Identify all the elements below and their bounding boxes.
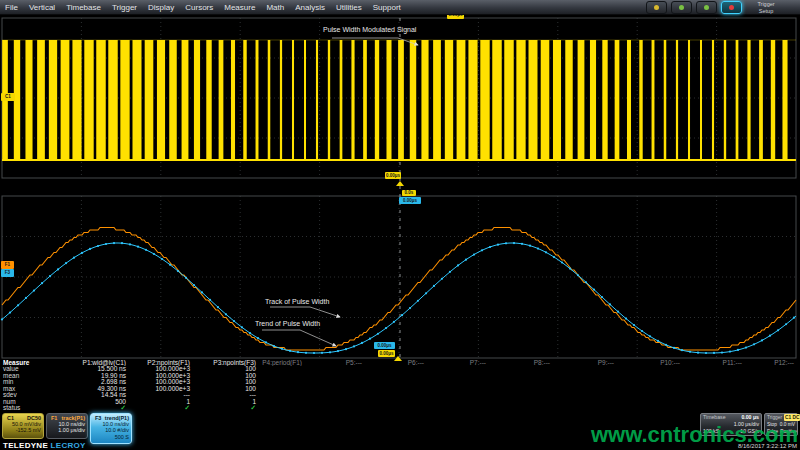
- menu-vertical[interactable]: Vertical: [29, 3, 55, 12]
- annotation-pwm: Pulse Width Modulated Signal: [322, 26, 417, 34]
- f3-level-chip[interactable]: F3: [1, 269, 14, 277]
- timebase-delay: 0.00 μs: [741, 414, 759, 421]
- measure-row-label-status: status: [0, 405, 34, 411]
- menu-trigger[interactable]: Trigger: [112, 3, 137, 12]
- measure-cell: [554, 405, 618, 411]
- c1-line-2: -152.5 mV: [5, 427, 41, 433]
- timebase-label: Timebase: [703, 414, 726, 421]
- measure-cell: [618, 405, 684, 411]
- trigger-source-badge: C1 DC: [784, 414, 800, 421]
- logo-teledyne: TELEDYNE: [3, 441, 48, 450]
- measure-cell: [684, 405, 746, 411]
- teledyne-lecroy-logo: TELEDYNE LECROY: [3, 441, 86, 450]
- trigger-label: Trigger: [767, 414, 782, 421]
- measure-cell: ✓: [130, 405, 194, 411]
- menu-display[interactable]: Display: [148, 3, 174, 12]
- measure-cell: [366, 405, 428, 411]
- logo-lecroy: LECROY: [51, 441, 86, 450]
- toolbar-icon-1-glyph: [654, 5, 659, 10]
- f1-level-chip[interactable]: F1: [1, 261, 14, 269]
- f3-zero-chip[interactable]: 0.00μs: [399, 197, 421, 204]
- measure-cell: [490, 405, 554, 411]
- measure-cell: [260, 405, 306, 411]
- annotation-trend: Trend of Pulse Width: [254, 320, 321, 328]
- f3-line-3: 500 S: [93, 434, 129, 440]
- menu-cursors[interactable]: Cursors: [185, 3, 213, 12]
- f1-zero-chip[interactable]: 0.0s: [402, 190, 416, 196]
- menu-bar-items: FileVerticalTimebaseTriggerDisplayCursor…: [0, 3, 401, 12]
- descriptor-f3[interactable]: F3trend(P1)10.0 ns/div10.0 #/div500 S: [90, 413, 132, 444]
- descriptor-c1[interactable]: C1DC5050.0 mV/div-152.5 mV: [2, 413, 44, 439]
- menu-support[interactable]: Support: [373, 3, 401, 12]
- menu-file[interactable]: File: [5, 3, 18, 12]
- toolbar-icon-1[interactable]: [646, 1, 667, 14]
- measure-cell: [746, 405, 798, 411]
- menu-timebase[interactable]: Timebase: [66, 3, 101, 12]
- trigger-setup-button[interactable]: Trigger Setup: [746, 0, 786, 14]
- menu-bar: FileVerticalTimebaseTriggerDisplayCursor…: [0, 0, 800, 15]
- menu-measure[interactable]: Measure: [224, 3, 255, 12]
- measure-cell: ✓: [34, 405, 130, 411]
- measure-cell: [306, 405, 366, 411]
- oscilloscope-screen: FileVerticalTimebaseTriggerDisplayCursor…: [0, 0, 800, 450]
- toolbar-icon-4-glyph: [729, 5, 734, 10]
- toolbar-icon-4[interactable]: [721, 1, 742, 14]
- f1-bottom-chip[interactable]: 0.00μs: [378, 350, 395, 357]
- toolbar-icon-3-glyph: [704, 5, 709, 10]
- menu-math[interactable]: Math: [266, 3, 284, 12]
- menu-utilities[interactable]: Utilities: [336, 3, 362, 12]
- annotation-track: Track of Pulse Width: [264, 298, 330, 306]
- trigger-setup-label-2: Setup: [746, 8, 786, 15]
- timebase-zero-chip[interactable]: 0.00μs: [385, 172, 401, 179]
- f3-bottom-chip[interactable]: 0.00μs: [374, 342, 395, 349]
- measure-cell: [428, 405, 490, 411]
- c1-level-chip[interactable]: C1: [1, 93, 15, 101]
- toolbar-icon-2[interactable]: [671, 1, 692, 14]
- toolbar-icon-2-glyph: [679, 5, 684, 10]
- timestamp: 8/16/2017 3:22:12 PM: [738, 443, 797, 449]
- f1-line-2: 1.00 μs/div: [49, 427, 85, 433]
- table-trigger-triangle[interactable]: [394, 356, 402, 361]
- status-bar: C1DC5050.0 mV/div-152.5 mVF1track(P1)10.…: [0, 412, 800, 450]
- descriptor-f1[interactable]: F1track(P1)10.0 ns/div1.00 μs/div: [46, 413, 88, 439]
- divider-trigger-triangle[interactable]: [396, 181, 404, 186]
- menu-analysis[interactable]: Analysis: [295, 3, 325, 12]
- measure-cell: ✓: [194, 405, 260, 411]
- measure-table: MeasureP1:wid@lv(C1)P2:npoints(F1)P3:npo…: [0, 360, 800, 412]
- toolbar-icon-3[interactable]: [696, 1, 717, 14]
- toolbar-buttons: [646, 1, 742, 14]
